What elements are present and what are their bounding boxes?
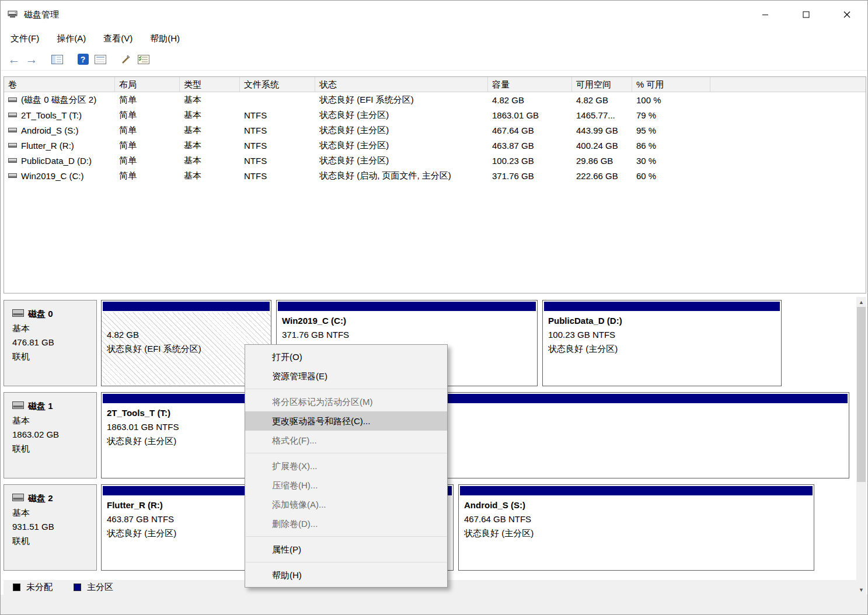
volume-row[interactable]: Flutter_R (R:) 简单 基本 NTFS 状态良好 (主分区) 463…	[4, 138, 866, 153]
partition-title	[107, 314, 269, 328]
volume-row[interactable]: 2T_Tools_T (T:) 简单 基本 NTFS 状态良好 (主分区) 18…	[4, 107, 866, 123]
column-header-filler	[710, 77, 866, 92]
volume-name: Flutter_R (R:)	[21, 141, 74, 151]
partition-status: 状态良好 (主分区)	[464, 526, 811, 540]
column-header-free-space[interactable]: 可用空间	[572, 77, 632, 92]
volume-type: 基本	[180, 110, 240, 121]
partition-color-band	[460, 486, 813, 495]
partition-size: 467.64 GB NTFS	[464, 512, 811, 526]
column-header-filesystem[interactable]: 文件系统	[240, 77, 315, 92]
menu-separator	[246, 453, 447, 453]
legend-unallocated-label: 未分配	[26, 582, 53, 593]
scrollbar-down-button[interactable]: ▼	[856, 585, 866, 595]
menu-item-explorer[interactable]: 资源管理器(E)	[245, 366, 447, 386]
volume-row[interactable]: PublicData_D (D:) 简单 基本 NTFS 状态良好 (主分区) …	[4, 153, 866, 168]
menu-view[interactable]: 查看(V)	[95, 30, 141, 47]
help-icon[interactable]: ?	[74, 51, 92, 68]
volume-layout: 简单	[115, 110, 180, 121]
partition-android-s[interactable]: Android_S (S:) 467.64 GB NTFS 状态良好 (主分区)	[458, 484, 814, 571]
column-header-pct-free[interactable]: % 可用	[632, 77, 710, 92]
volume-layout: 简单	[115, 170, 180, 181]
scrollbar-thumb[interactable]	[857, 307, 866, 482]
disk-2-info[interactable]: 磁盘 2 基本 931.51 GB 联机	[4, 484, 97, 571]
partition-size: 100.23 GB NTFS	[548, 328, 779, 342]
volume-status: 状态良好 (启动, 页面文件, 主分区)	[315, 170, 488, 181]
disk-size: 1863.02 GB	[12, 428, 96, 442]
partition-2t-tools-t[interactable]: 2T_Tools_T (T:) 1863.01 GB NTFS 状态良好 (主分…	[101, 392, 849, 478]
partition-title: 2T_Tools_T (T:)	[107, 406, 846, 420]
partition-title: PublicData_D (D:)	[548, 314, 779, 328]
partition-size: 371.76 GB NTFS	[282, 328, 535, 342]
column-header-status[interactable]: 状态	[315, 77, 488, 92]
volume-icon	[8, 142, 17, 149]
disk-status: 联机	[12, 442, 96, 456]
volume-row[interactable]: Android_S (S:) 简单 基本 NTFS 状态良好 (主分区) 467…	[4, 123, 866, 138]
disk-1-info[interactable]: 磁盘 1 基本 1863.02 GB 联机	[4, 392, 97, 478]
views-icon[interactable]	[135, 51, 152, 68]
legend-primary-label: 主分区	[87, 582, 113, 593]
console-tree-icon[interactable]	[48, 51, 66, 68]
toolbar: ← → ?	[1, 48, 867, 71]
volume-row[interactable]: (磁盘 0 磁盘分区 2) 简单 基本 状态良好 (EFI 系统分区) 4.82…	[4, 92, 866, 107]
maximize-button[interactable]	[786, 1, 827, 29]
disk-name: 磁盘 1	[28, 399, 53, 414]
partition-color-band	[544, 302, 780, 311]
disk-icon	[12, 399, 24, 414]
column-header-volume[interactable]: 卷	[4, 77, 115, 92]
volume-layout: 简单	[115, 140, 180, 151]
scrollbar-up-button[interactable]: ▲	[856, 297, 866, 307]
disk-name: 磁盘 0	[28, 306, 53, 322]
volume-status: 状态良好 (主分区)	[315, 155, 488, 166]
menu-item-change-drive-letter[interactable]: 更改驱动器号和路径(C)...	[245, 411, 447, 431]
disk-icon	[12, 306, 24, 322]
partition-title: Android_S (S:)	[464, 498, 811, 512]
menu-separator	[246, 562, 447, 562]
volume-type: 基本	[180, 95, 240, 106]
close-button[interactable]	[827, 1, 867, 29]
action-icon[interactable]	[117, 51, 135, 68]
menu-item-help[interactable]: 帮助(H)	[245, 565, 447, 585]
menu-item-extend-volume: 扩展卷(X)...	[245, 456, 447, 476]
volume-name: (磁盘 0 磁盘分区 2)	[21, 95, 96, 106]
volume-icon	[8, 157, 17, 164]
partition-status: 状态良好 (主分区)	[548, 342, 779, 356]
partition-color-band	[103, 302, 270, 311]
column-header-layout[interactable]: 布局	[115, 77, 180, 92]
partition-color-band	[278, 302, 536, 311]
volume-name: Win2019_C (C:)	[21, 171, 84, 181]
volume-status: 状态良好 (主分区)	[315, 125, 488, 136]
forward-icon[interactable]: →	[23, 51, 40, 68]
menu-item-open[interactable]: 打开(O)	[245, 347, 447, 366]
menu-separator	[246, 389, 447, 389]
menu-item-add-mirror: 添加镜像(A)...	[245, 495, 447, 514]
status-strip	[1, 595, 867, 614]
disk-0-info[interactable]: 磁盘 0 基本 476.81 GB 联机	[4, 300, 97, 386]
export-list-icon[interactable]	[92, 51, 109, 68]
menu-help[interactable]: 帮助(H)	[141, 30, 189, 47]
partition-publicdata-d[interactable]: PublicData_D (D:) 100.23 GB NTFS 状态良好 (主…	[542, 300, 782, 386]
disk-type: 基本	[12, 322, 96, 336]
menu-action[interactable]: 操作(A)	[48, 30, 95, 47]
volume-filesystem: NTFS	[240, 141, 315, 151]
column-header-type[interactable]: 类型	[180, 77, 240, 92]
menu-file[interactable]: 文件(F)	[2, 30, 48, 47]
partition-color-band	[103, 394, 848, 403]
context-menu: 打开(O) 资源管理器(E) 将分区标记为活动分区(M) 更改驱动器号和路径(C…	[245, 344, 448, 588]
volume-layout: 简单	[115, 155, 180, 166]
volume-status: 状态良好 (EFI 系统分区)	[315, 95, 488, 106]
partition-size: 4.82 GB	[107, 328, 269, 342]
column-header-capacity[interactable]: 容量	[488, 77, 572, 92]
minimize-button[interactable]	[745, 1, 786, 29]
app-icon	[8, 10, 18, 19]
volume-status: 状态良好 (主分区)	[315, 110, 488, 121]
volume-row[interactable]: Win2019_C (C:) 简单 基本 NTFS 状态良好 (启动, 页面文件…	[4, 168, 866, 183]
vertical-scrollbar[interactable]: ▲ ▼	[856, 297, 866, 595]
volume-filesystem: NTFS	[240, 171, 315, 181]
disk-size: 931.51 GB	[12, 520, 96, 534]
disk-management-window: 磁盘管理 文件(F) 操作(A) 查看(V) 帮助(H) ← → ?	[0, 0, 868, 615]
menu-item-properties[interactable]: 属性(P)	[245, 540, 447, 559]
menu-item-mark-active: 将分区标记为活动分区(M)	[245, 392, 447, 411]
volume-pct-free: 60 %	[632, 171, 710, 181]
menubar: 文件(F) 操作(A) 查看(V) 帮助(H)	[2, 29, 867, 48]
back-icon[interactable]: ←	[5, 51, 23, 68]
